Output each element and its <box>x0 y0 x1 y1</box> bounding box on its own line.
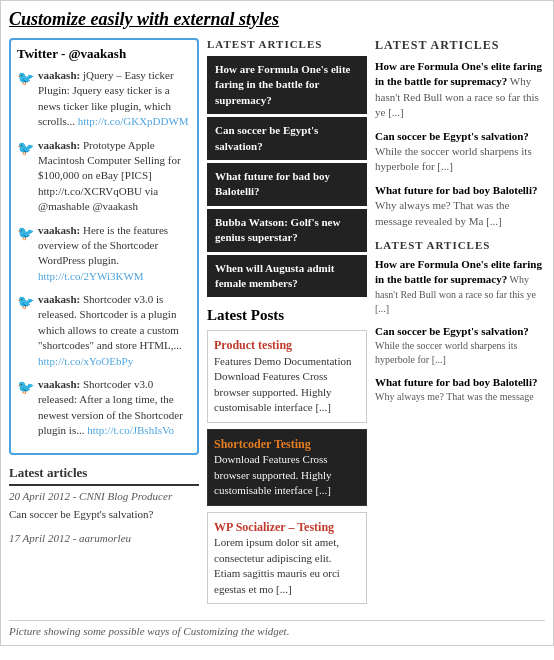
right-article-link[interactable]: Can soccer be Egypt's salvation? <box>375 130 529 142</box>
right-article-link[interactable]: What future for bad boy Balotelli? <box>375 184 537 196</box>
latest-posts-title: Latest Posts <box>207 307 367 324</box>
right-article-item: What future for bad boy Balotelli? Why a… <box>375 183 545 229</box>
tweets-container: 🐦 vaakash: jQuery – Easy ticker Plugin: … <box>17 68 191 439</box>
articles-right-container: How are Formula One's elite faring in th… <box>375 59 545 229</box>
twitter-bird-icon: 🐦 <box>17 139 34 215</box>
article-card[interactable]: Can soccer be Egypt's salvation? <box>207 117 367 160</box>
tweet-item: 🐦 vaakash: Shortcoder v3.0 is released. … <box>17 292 191 369</box>
right-article-desc: While the soccer world sharpens its hype… <box>375 145 532 172</box>
tweet-link[interactable]: http://t.co/GKXpDDWM <box>78 115 189 127</box>
twitter-bird-icon: 🐦 <box>17 293 34 369</box>
article-date: 20 April 2012 - CNNI Blog Producer <box>9 490 172 502</box>
latest-articles-mid-title: LATEST ARTICLES <box>207 38 367 50</box>
post-text: Download Features Cross browser supporte… <box>214 453 332 496</box>
tweet-link[interactable]: http://t.co/2YWi3KWM <box>38 270 144 282</box>
latest-articles-right-title: Latest articles <box>375 38 545 53</box>
page-title: Customize easily with external styles <box>9 9 545 30</box>
latest-posts-section: Latest Posts Product testing Features De… <box>207 307 367 604</box>
right-article-small: Can soccer be Egypt's salvation? While t… <box>375 324 545 367</box>
article-card[interactable]: What future for bad boy Balotelli? <box>207 163 367 206</box>
main-layout: Twitter - @vaakash 🐦 vaakash: jQuery – E… <box>9 38 545 610</box>
tweet-text: vaakash: Prototype Apple Macintosh Compu… <box>38 138 191 215</box>
article-item-left: 20 April 2012 - CNNI Blog Producer <box>9 490 199 502</box>
right-article-small-desc: Why always me? That was the message <box>375 391 534 402</box>
right-article-small-title: Can soccer be Egypt's salvation? <box>375 325 529 337</box>
post-card: Shortcoder Testing Download Features Cro… <box>207 429 367 506</box>
latest-articles-right2-title: LATEST ARTICLES <box>375 239 545 251</box>
tweet-text: vaakash: Here is the features overview o… <box>38 223 191 285</box>
right-article-item: How are Formula One's elite faring in th… <box>375 59 545 121</box>
right-article-small: How are Formula One's elite faring in th… <box>375 257 545 316</box>
tweet-text: vaakash: Shortcoder v3.0 is released. Sh… <box>38 292 191 369</box>
article-card[interactable]: Bubba Watson: Golf's new genius supersta… <box>207 209 367 252</box>
twitter-bird-icon: 🐦 <box>17 69 34 130</box>
right-article-small: What future for bad boy Balotelli? Why a… <box>375 375 545 404</box>
tweet-link[interactable]: http://t.co/JBshIsVo <box>87 424 174 436</box>
latest-articles-right2: LATEST ARTICLES How are Formula One's el… <box>375 239 545 405</box>
tweet-item: 🐦 vaakash: Prototype Apple Macintosh Com… <box>17 138 191 215</box>
article-date: 17 April 2012 - aarumorleu <box>9 532 131 544</box>
tweet-item: 🐦 vaakash: Here is the features overview… <box>17 223 191 285</box>
right-article-desc: Why always me? That was the message reve… <box>375 199 510 226</box>
latest-articles-left-title: Latest articles <box>9 465 199 486</box>
tweet-link[interactable]: http://t.co/xYoOEbPy <box>38 355 133 367</box>
twitter-section: Twitter - @vaakash 🐦 vaakash: jQuery – E… <box>9 38 199 455</box>
left-column: Twitter - @vaakash 🐦 vaakash: jQuery – E… <box>9 38 199 610</box>
posts-container: Product testing Features Demo Documentat… <box>207 330 367 604</box>
tweet-text: vaakash: Shortcoder v3.0 released: After… <box>38 377 191 439</box>
tweet-text: vaakash: jQuery – Easy ticker Plugin: Jq… <box>38 68 191 130</box>
page-wrapper: Customize easily with external styles Tw… <box>0 0 554 646</box>
latest-articles-right: Latest articles How are Formula One's el… <box>375 38 545 229</box>
latest-articles-left: Latest articles 20 April 2012 - CNNI Blo… <box>9 465 199 544</box>
tweet-item: 🐦 vaakash: Shortcoder v3.0 released: Aft… <box>17 377 191 439</box>
twitter-bird-icon: 🐦 <box>17 224 34 285</box>
right-article-small-title: What future for bad boy Balotelli? <box>375 376 537 388</box>
right-article-item: Can soccer be Egypt's salvation? While t… <box>375 129 545 175</box>
twitter-title: Twitter - @vaakash <box>17 46 191 62</box>
right-column: Latest articles How are Formula One's el… <box>375 38 545 610</box>
article-link[interactable]: Can soccer be Egypt's salvation? <box>9 508 199 520</box>
right-article-small-desc: While the soccer world sharpens its hype… <box>375 340 517 365</box>
article-item-left: Can soccer be Egypt's salvation?17 April… <box>9 508 199 544</box>
post-card: WP Socializer – Testing Lorem ipsum dolo… <box>207 512 367 604</box>
article-card[interactable]: When will Augusta admit female members? <box>207 255 367 298</box>
post-card: Product testing Features Demo Documentat… <box>207 330 367 422</box>
post-text: Features Demo Documentation Download Fea… <box>214 355 351 413</box>
latest-articles-mid: LATEST ARTICLES How are Formula One's el… <box>207 38 367 297</box>
tweet-item: 🐦 vaakash: jQuery – Easy ticker Plugin: … <box>17 68 191 130</box>
post-text: Lorem ipsum dolor sit amet, consectetur … <box>214 536 340 594</box>
articles-mid-container: How are Formula One's elite faring in th… <box>207 56 367 297</box>
post-link[interactable]: Shortcoder Testing <box>214 437 311 451</box>
articles-left-container: 20 April 2012 - CNNI Blog ProducerCan so… <box>9 490 199 544</box>
post-link[interactable]: WP Socializer – Testing <box>214 520 334 534</box>
post-link[interactable]: Product testing <box>214 338 292 352</box>
twitter-bird-icon: 🐦 <box>17 378 34 439</box>
page-footer: Picture showing some possible ways of Cu… <box>9 620 545 637</box>
articles-right2-container: How are Formula One's elite faring in th… <box>375 257 545 405</box>
middle-column: LATEST ARTICLES How are Formula One's el… <box>207 38 367 610</box>
article-card[interactable]: How are Formula One's elite faring in th… <box>207 56 367 114</box>
